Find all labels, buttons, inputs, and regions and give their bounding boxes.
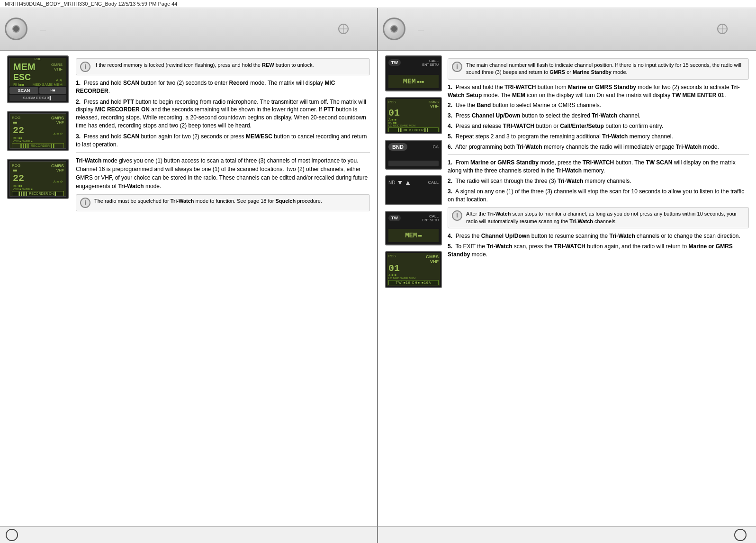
left-page-num [6, 529, 18, 541]
note-text-rewind: If the record memory is locked (rewind i… [94, 62, 314, 69]
note-icon-triwatch: i [80, 198, 90, 208]
note-icon-setup: i [452, 62, 462, 72]
note-icon-scan: i [452, 210, 462, 221]
note-icon-rewind: i [80, 62, 90, 72]
tri-watch-mode-text: Tri-Watch mode gives you one (1) button … [76, 156, 370, 190]
right-page-subtitle [418, 30, 424, 31]
note-text-triwatch: The radio must be squelched for Tri-Watc… [94, 198, 322, 205]
right-page-num [734, 529, 747, 541]
file-info-bar: MRHH450DUAL_BODY_MRHH330_ENG_Body 12/5/1… [0, 0, 756, 8]
note-text-setup: The main channel number will flash to in… [466, 62, 745, 76]
note-text-scan: After the Tri-Watch scan stops to monito… [466, 210, 745, 225]
left-page-subtitle [40, 30, 46, 31]
